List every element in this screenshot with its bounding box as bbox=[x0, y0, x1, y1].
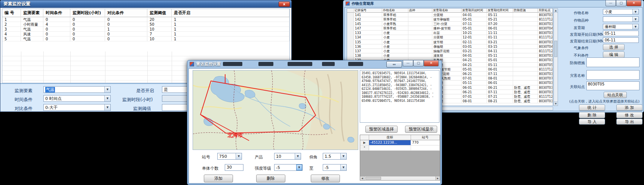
scroll-thumb[interactable] bbox=[554, 41, 557, 57]
table-row[interactable]: 142双季早稻拔节孕穗期05-0105-218111T12 bbox=[347, 17, 553, 22]
modify-button[interactable]: 修 改 bbox=[616, 112, 643, 118]
new-row-icon[interactable]: * bbox=[360, 145, 369, 151]
table-cell: 8111T12 bbox=[538, 94, 553, 99]
left-titlebar[interactable]: 要素监控设置 x bbox=[0, 0, 291, 8]
compare-dropdown[interactable]: 0-大于▼ bbox=[43, 104, 111, 111]
chevron-down-icon[interactable]: ▼ bbox=[340, 164, 346, 170]
scroll-right-icon[interactable]: ▶ bbox=[435, 176, 440, 180]
time-dropdown[interactable]: 0 时间点▼ bbox=[43, 95, 111, 102]
variety-dropdown[interactable]: ▼ bbox=[603, 16, 639, 22]
chevron-down-icon[interactable]: ▼ bbox=[632, 9, 638, 14]
station-link-button[interactable]: 站点关联 bbox=[604, 92, 627, 98]
grid-horizontal-scrollbar[interactable]: ◀ ▶ bbox=[360, 176, 440, 180]
table-row[interactable]: 137小麦抽穗开花期03-2104-118111T12 bbox=[347, 49, 553, 53]
chevron-down-icon[interactable]: ▼ bbox=[340, 153, 346, 159]
chevron-down-icon[interactable]: ▼ bbox=[632, 17, 638, 22]
minimize-icon[interactable]: — bbox=[605, 0, 616, 6]
table-row[interactable]: 141双季早稻分蘖期04-0105-118030T03 bbox=[347, 13, 553, 17]
coord-cell[interactable]: -45122.12238... bbox=[369, 140, 411, 145]
station-cell[interactable] bbox=[411, 145, 440, 151]
grid-col-coord[interactable]: 坐标 bbox=[369, 135, 411, 140]
start-date-input[interactable]: 05-11 bbox=[603, 31, 639, 36]
swap-icon[interactable]: ⇔ bbox=[386, 61, 402, 68]
table-cell: 1 bbox=[172, 32, 289, 37]
table-row[interactable]: 5气温000101 bbox=[2, 37, 289, 41]
table-row[interactable]: 4风速00071 bbox=[2, 32, 289, 37]
close-icon[interactable]: x bbox=[279, 1, 290, 7]
to-dropdown[interactable]: -5▼ bbox=[323, 164, 347, 171]
defense-textarea[interactable] bbox=[586, 57, 640, 67]
region-coordinates-textarea[interactable]: 35491.0172034571, 905914.1311754104, 634… bbox=[360, 70, 439, 123]
close-icon[interactable]: ✕ bbox=[424, 60, 439, 66]
table-cell: 10 bbox=[147, 27, 172, 32]
cell-count-input[interactable]: 30 bbox=[225, 164, 243, 171]
table-cell: 品种 bbox=[408, 9, 432, 13]
stat-button[interactable]: 统 计 bbox=[579, 104, 605, 111]
period-dropdown[interactable]: 播种期▼ bbox=[603, 24, 639, 29]
chevron-down-icon[interactable]: ▼ bbox=[104, 104, 110, 110]
table-cell: 06-21 bbox=[487, 85, 513, 90]
product-dropdown[interactable]: 10▼ bbox=[274, 153, 301, 160]
chevron-down-icon[interactable]: ▼ bbox=[236, 153, 242, 159]
delete-button[interactable]: 删 除 bbox=[579, 112, 605, 118]
table-cell: 145 bbox=[354, 22, 382, 26]
table-cell: 05-01 bbox=[461, 26, 487, 31]
vertical-scrollbar[interactable]: ▲ ▼ bbox=[553, 8, 558, 106]
export-button[interactable]: 导 出 bbox=[616, 119, 643, 125]
table-row[interactable]: 1气温000201 bbox=[2, 17, 289, 22]
coord-cell[interactable] bbox=[369, 145, 411, 151]
gridline bbox=[70, 51, 71, 83]
table-row[interactable]: 145小麦早熟三叶-分蘖07-1107-208030T03 bbox=[347, 22, 553, 26]
table-row[interactable]: 133小麦出苗10-2111-118030T03 bbox=[347, 31, 553, 35]
chevron-down-icon[interactable]: ▼ bbox=[104, 87, 110, 92]
middle-titlebar[interactable]: 雷达监控设置 ⇔ — ▢ ✕ bbox=[187, 60, 442, 68]
table-row[interactable]: 135小麦拔节期02-1103-218030T03 bbox=[347, 40, 553, 44]
right-titlebar[interactable]: 作物生育期库 — ▢ ✕ bbox=[343, 0, 644, 7]
region-select-button[interactable]: 预警区域选择 bbox=[365, 126, 398, 133]
row-selector-icon[interactable]: ▶ bbox=[360, 140, 369, 145]
minimize-icon[interactable]: — bbox=[403, 60, 413, 66]
table-row-new[interactable]: * bbox=[360, 145, 440, 151]
table-row[interactable]: 3气温001101 bbox=[2, 27, 289, 32]
intensity-dropdown[interactable]: -5▼ bbox=[274, 164, 303, 171]
station-input[interactable]: 8030T05 bbox=[586, 81, 640, 90]
delete-button[interactable]: 删除 bbox=[256, 175, 285, 182]
disaster-textarea[interactable] bbox=[586, 70, 640, 80]
station-cell[interactable]: 770 bbox=[411, 140, 440, 145]
table-row[interactable]: 134小麦分蘖期12-0101-118111T12 bbox=[347, 35, 553, 40]
chevron-down-icon[interactable]: ▼ bbox=[296, 164, 302, 170]
warning-region-map[interactable]: 北海市 bbox=[193, 70, 358, 150]
add-button[interactable]: 添 加 bbox=[616, 104, 643, 111]
table-row[interactable]: 138小麦灌浆期04-0105-118030T03 bbox=[347, 53, 553, 58]
table-cell: 1 bbox=[172, 17, 289, 22]
maximize-icon[interactable]: ▢ bbox=[616, 0, 626, 6]
crop-dropdown[interactable]: 小麦▼ bbox=[603, 9, 639, 15]
table-cell: 08-01 bbox=[461, 99, 487, 103]
grid-col-station[interactable]: 站号 bbox=[411, 135, 440, 140]
weather-select-button[interactable]: 选 择 bbox=[603, 44, 625, 50]
scroll-thumb[interactable] bbox=[365, 177, 381, 180]
table-row[interactable]: 136小麦孕穗期03-0103-158030T04 bbox=[347, 44, 553, 49]
table-cell: 灌浆期 bbox=[432, 53, 461, 58]
modify-button[interactable]: 修改 bbox=[311, 175, 340, 182]
import-button[interactable]: 导 入 bbox=[579, 119, 605, 125]
table-row[interactable]: ▶ -45122.12238... 770 bbox=[360, 140, 440, 145]
scroll-left-icon[interactable]: ◀ bbox=[360, 176, 365, 180]
scroll-up-icon[interactable]: ▲ bbox=[554, 9, 558, 13]
table-row[interactable]: 2小时雨量400501 bbox=[2, 22, 289, 27]
scroll-down-icon[interactable]: ▼ bbox=[554, 101, 558, 106]
station-no-dropdown[interactable]: 750▼ bbox=[217, 153, 242, 160]
elevation-dropdown[interactable]: 1.5▼ bbox=[323, 153, 347, 160]
element-dropdown[interactable]: 气温▼ bbox=[43, 86, 111, 93]
chevron-down-icon[interactable]: ▼ bbox=[632, 24, 638, 29]
table-row[interactable]: 147双季早稻播种-拔节期05-0106-018030T04 bbox=[347, 26, 553, 31]
close-icon[interactable]: ✕ bbox=[626, 0, 641, 6]
end-date-input[interactable]: 06-11 bbox=[603, 37, 639, 43]
table-cell: 01-11 bbox=[487, 35, 513, 40]
adverse-edit-button[interactable]: 编 辑 bbox=[603, 51, 625, 58]
region-show-button[interactable]: 预警区域显示 bbox=[405, 126, 437, 133]
add-button[interactable]: 添加 bbox=[204, 175, 233, 182]
chevron-down-icon[interactable]: ▼ bbox=[104, 95, 110, 101]
chevron-down-icon[interactable]: ▼ bbox=[295, 153, 301, 159]
maximize-icon[interactable]: ▢ bbox=[413, 60, 424, 66]
